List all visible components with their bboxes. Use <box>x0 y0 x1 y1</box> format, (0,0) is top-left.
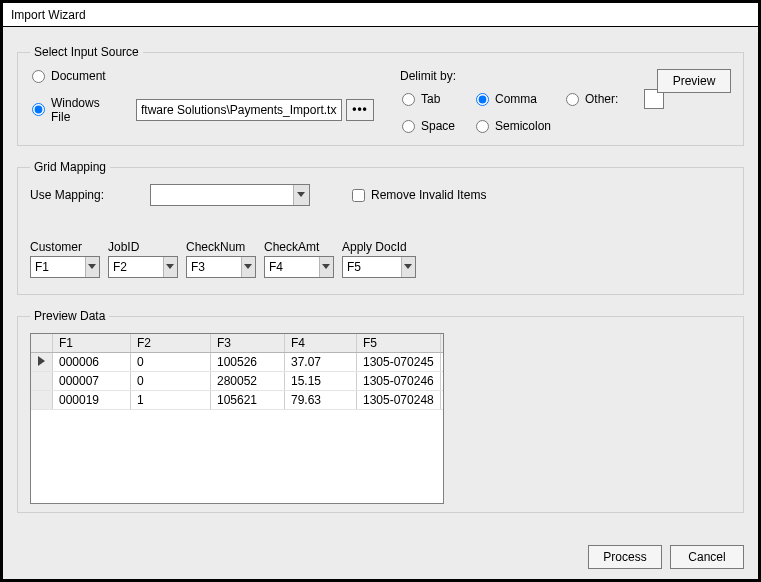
svg-marker-4 <box>322 264 330 269</box>
remove-invalid-label: Remove Invalid Items <box>371 188 486 202</box>
map-column-header: CheckNum <box>186 240 256 254</box>
cell[interactable]: 280052 <box>211 372 285 390</box>
table-row[interactable]: 000007028005215.151305-070246 <box>31 372 443 391</box>
cell[interactable]: 1 <box>131 391 211 409</box>
windows-file-radio-label: Windows File <box>51 96 118 124</box>
row-indicator <box>31 353 53 371</box>
process-button[interactable]: Process <box>588 545 662 569</box>
use-mapping-label: Use Mapping: <box>30 188 150 202</box>
cell[interactable]: 100526 <box>211 353 285 371</box>
grid-mapping-legend: Grid Mapping <box>30 160 110 174</box>
tab-radio-input[interactable] <box>402 93 415 106</box>
use-mapping-combo[interactable] <box>150 184 310 206</box>
map-column: Apply DocId <box>342 240 416 278</box>
cell[interactable]: 1305-070246 <box>357 372 441 390</box>
preview-data-legend: Preview Data <box>30 309 109 323</box>
map-column-input[interactable] <box>187 257 241 277</box>
map-column-combo[interactable] <box>264 256 334 278</box>
cell[interactable]: 1305-070245 <box>357 353 441 371</box>
map-column-combo[interactable] <box>186 256 256 278</box>
import-wizard-window: Import Wizard Select Input Source Docume… <box>2 2 759 580</box>
column-header[interactable]: F1 <box>53 334 131 352</box>
preview-button[interactable]: Preview <box>657 69 731 93</box>
window-title: Import Wizard <box>3 3 758 27</box>
grid-mapping-group: Grid Mapping Use Mapping: Remove Invalid… <box>17 160 744 295</box>
use-mapping-input[interactable] <box>151 185 293 205</box>
cancel-button[interactable]: Cancel <box>670 545 744 569</box>
row-header-corner <box>31 334 53 352</box>
cell[interactable]: 0 <box>131 372 211 390</box>
svg-marker-0 <box>297 192 305 197</box>
map-column-header: CheckAmt <box>264 240 334 254</box>
client-area: Select Input Source Document Windows Fil… <box>3 27 758 579</box>
windows-file-radio[interactable]: Windows File <box>30 96 118 124</box>
row-indicator <box>31 372 53 390</box>
cell[interactable]: 000019 <box>53 391 131 409</box>
map-column-input[interactable] <box>343 257 401 277</box>
svg-marker-2 <box>166 264 174 269</box>
svg-marker-3 <box>244 264 252 269</box>
chevron-down-icon[interactable] <box>401 257 415 277</box>
document-radio[interactable]: Document <box>30 69 106 83</box>
preview-data-group: Preview Data F1F2F3F4F5 000006010052637.… <box>17 309 744 513</box>
document-radio-label: Document <box>51 69 106 83</box>
map-column-combo[interactable] <box>342 256 416 278</box>
remove-invalid-checkbox[interactable]: Remove Invalid Items <box>350 188 486 202</box>
column-header[interactable]: F2 <box>131 334 211 352</box>
cell[interactable]: 1305-070248 <box>357 391 441 409</box>
map-column-input[interactable] <box>31 257 85 277</box>
cell[interactable]: 000007 <box>53 372 131 390</box>
tab-radio[interactable]: Tab <box>400 89 456 109</box>
map-column: Customer <box>30 240 100 278</box>
semicolon-radio-label: Semicolon <box>495 119 551 133</box>
row-indicator <box>31 391 53 409</box>
browse-button[interactable]: ••• <box>346 99 374 121</box>
chevron-down-icon[interactable] <box>163 257 177 277</box>
map-column: CheckAmt <box>264 240 334 278</box>
svg-marker-6 <box>38 356 45 366</box>
input-source-legend: Select Input Source <box>30 45 143 59</box>
map-column-combo[interactable] <box>108 256 178 278</box>
chevron-down-icon[interactable] <box>293 185 309 205</box>
cell[interactable]: 105621 <box>211 391 285 409</box>
file-path-input[interactable] <box>136 99 342 121</box>
table-row[interactable]: 000006010052637.071305-070245 <box>31 353 443 372</box>
svg-marker-5 <box>404 264 412 269</box>
comma-radio-label: Comma <box>495 92 537 106</box>
chevron-down-icon[interactable] <box>319 257 333 277</box>
input-source-group: Select Input Source Document Windows Fil… <box>17 45 744 146</box>
other-radio-input[interactable] <box>566 93 579 106</box>
column-header[interactable]: F3 <box>211 334 285 352</box>
document-radio-input[interactable] <box>32 70 45 83</box>
map-column-input[interactable] <box>109 257 163 277</box>
space-radio[interactable]: Space <box>400 119 456 133</box>
remove-invalid-input[interactable] <box>352 189 365 202</box>
semicolon-radio-input[interactable] <box>476 120 489 133</box>
table-row[interactable]: 000019110562179.631305-070248 <box>31 391 443 410</box>
cell[interactable]: 15.15 <box>285 372 357 390</box>
map-column: CheckNum <box>186 240 256 278</box>
map-column-header: Apply DocId <box>342 240 416 254</box>
space-radio-label: Space <box>421 119 455 133</box>
comma-radio-input[interactable] <box>476 93 489 106</box>
map-column-combo[interactable] <box>30 256 100 278</box>
preview-grid[interactable]: F1F2F3F4F5 000006010052637.071305-070245… <box>30 333 444 504</box>
svg-marker-1 <box>88 264 96 269</box>
tab-radio-label: Tab <box>421 92 440 106</box>
map-column-header: JobID <box>108 240 178 254</box>
chevron-down-icon[interactable] <box>241 257 255 277</box>
windows-file-radio-input[interactable] <box>32 103 45 116</box>
map-column: JobID <box>108 240 178 278</box>
cell[interactable]: 0 <box>131 353 211 371</box>
cell[interactable]: 37.07 <box>285 353 357 371</box>
column-header[interactable]: F4 <box>285 334 357 352</box>
column-header[interactable]: F5 <box>357 334 441 352</box>
map-column-input[interactable] <box>265 257 319 277</box>
space-radio-input[interactable] <box>402 120 415 133</box>
chevron-down-icon[interactable] <box>85 257 99 277</box>
comma-radio[interactable]: Comma <box>474 89 546 109</box>
map-column-header: Customer <box>30 240 100 254</box>
delimit-by-label: Delimit by: <box>400 69 600 83</box>
cell[interactable]: 000006 <box>53 353 131 371</box>
cell[interactable]: 79.63 <box>285 391 357 409</box>
